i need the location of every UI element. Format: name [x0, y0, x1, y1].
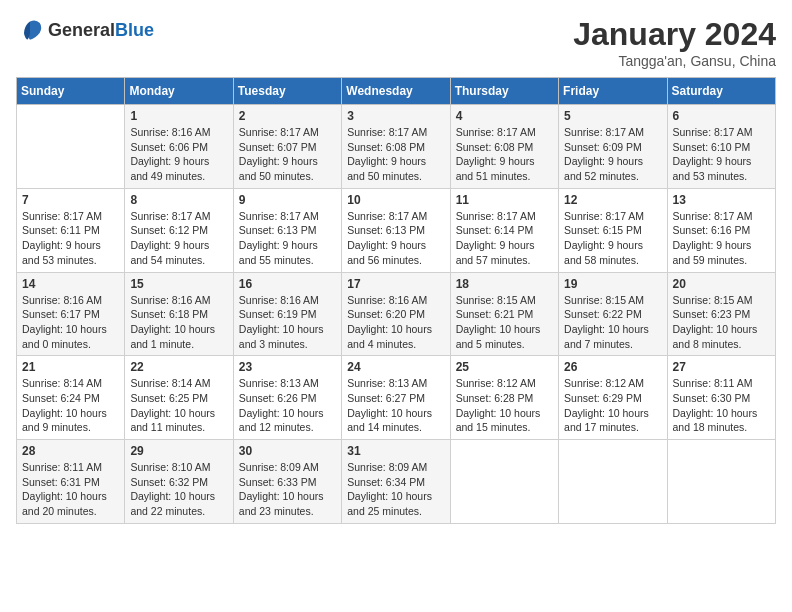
location-title: Tangga'an, Gansu, China: [573, 53, 776, 69]
day-number: 5: [564, 109, 661, 123]
day-info: Sunrise: 8:17 AMSunset: 6:08 PMDaylight:…: [456, 125, 553, 184]
calendar-cell: 9Sunrise: 8:17 AMSunset: 6:13 PMDaylight…: [233, 188, 341, 272]
calendar-table: SundayMondayTuesdayWednesdayThursdayFrid…: [16, 77, 776, 524]
logo-icon: [16, 16, 44, 44]
month-title: January 2024: [573, 16, 776, 53]
calendar-week-row: 21Sunrise: 8:14 AMSunset: 6:24 PMDayligh…: [17, 356, 776, 440]
calendar-cell: 15Sunrise: 8:16 AMSunset: 6:18 PMDayligh…: [125, 272, 233, 356]
day-number: 11: [456, 193, 553, 207]
day-number: 12: [564, 193, 661, 207]
day-info: Sunrise: 8:12 AMSunset: 6:28 PMDaylight:…: [456, 376, 553, 435]
day-info: Sunrise: 8:17 AMSunset: 6:09 PMDaylight:…: [564, 125, 661, 184]
calendar-cell: 3Sunrise: 8:17 AMSunset: 6:08 PMDaylight…: [342, 105, 450, 189]
calendar-cell: 2Sunrise: 8:17 AMSunset: 6:07 PMDaylight…: [233, 105, 341, 189]
day-number: 27: [673, 360, 770, 374]
calendar-cell: 24Sunrise: 8:13 AMSunset: 6:27 PMDayligh…: [342, 356, 450, 440]
day-info: Sunrise: 8:17 AMSunset: 6:15 PMDaylight:…: [564, 209, 661, 268]
logo-text-general: General: [48, 20, 115, 40]
logo-text-blue: Blue: [115, 20, 154, 40]
day-number: 6: [673, 109, 770, 123]
day-number: 8: [130, 193, 227, 207]
day-number: 3: [347, 109, 444, 123]
day-info: Sunrise: 8:14 AMSunset: 6:25 PMDaylight:…: [130, 376, 227, 435]
calendar-cell: 19Sunrise: 8:15 AMSunset: 6:22 PMDayligh…: [559, 272, 667, 356]
calendar-cell: 17Sunrise: 8:16 AMSunset: 6:20 PMDayligh…: [342, 272, 450, 356]
day-of-week-thursday: Thursday: [450, 78, 558, 105]
day-info: Sunrise: 8:16 AMSunset: 6:20 PMDaylight:…: [347, 293, 444, 352]
calendar-header-row: SundayMondayTuesdayWednesdayThursdayFrid…: [17, 78, 776, 105]
day-of-week-sunday: Sunday: [17, 78, 125, 105]
calendar-cell: 25Sunrise: 8:12 AMSunset: 6:28 PMDayligh…: [450, 356, 558, 440]
day-number: 28: [22, 444, 119, 458]
day-info: Sunrise: 8:16 AMSunset: 6:06 PMDaylight:…: [130, 125, 227, 184]
day-info: Sunrise: 8:15 AMSunset: 6:23 PMDaylight:…: [673, 293, 770, 352]
day-number: 13: [673, 193, 770, 207]
calendar-cell: [17, 105, 125, 189]
day-info: Sunrise: 8:17 AMSunset: 6:14 PMDaylight:…: [456, 209, 553, 268]
day-number: 14: [22, 277, 119, 291]
title-block: January 2024 Tangga'an, Gansu, China: [573, 16, 776, 69]
day-info: Sunrise: 8:13 AMSunset: 6:26 PMDaylight:…: [239, 376, 336, 435]
day-number: 19: [564, 277, 661, 291]
day-info: Sunrise: 8:17 AMSunset: 6:07 PMDaylight:…: [239, 125, 336, 184]
day-info: Sunrise: 8:12 AMSunset: 6:29 PMDaylight:…: [564, 376, 661, 435]
day-info: Sunrise: 8:10 AMSunset: 6:32 PMDaylight:…: [130, 460, 227, 519]
day-number: 17: [347, 277, 444, 291]
day-info: Sunrise: 8:11 AMSunset: 6:31 PMDaylight:…: [22, 460, 119, 519]
day-info: Sunrise: 8:17 AMSunset: 6:13 PMDaylight:…: [347, 209, 444, 268]
day-of-week-wednesday: Wednesday: [342, 78, 450, 105]
calendar-cell: 22Sunrise: 8:14 AMSunset: 6:25 PMDayligh…: [125, 356, 233, 440]
day-info: Sunrise: 8:17 AMSunset: 6:13 PMDaylight:…: [239, 209, 336, 268]
calendar-cell: 18Sunrise: 8:15 AMSunset: 6:21 PMDayligh…: [450, 272, 558, 356]
day-info: Sunrise: 8:16 AMSunset: 6:19 PMDaylight:…: [239, 293, 336, 352]
day-of-week-saturday: Saturday: [667, 78, 775, 105]
calendar-cell: 21Sunrise: 8:14 AMSunset: 6:24 PMDayligh…: [17, 356, 125, 440]
calendar-cell: 13Sunrise: 8:17 AMSunset: 6:16 PMDayligh…: [667, 188, 775, 272]
day-info: Sunrise: 8:15 AMSunset: 6:21 PMDaylight:…: [456, 293, 553, 352]
calendar-cell: [559, 440, 667, 524]
day-number: 29: [130, 444, 227, 458]
day-number: 2: [239, 109, 336, 123]
calendar-cell: 26Sunrise: 8:12 AMSunset: 6:29 PMDayligh…: [559, 356, 667, 440]
calendar-week-row: 28Sunrise: 8:11 AMSunset: 6:31 PMDayligh…: [17, 440, 776, 524]
day-number: 20: [673, 277, 770, 291]
day-number: 18: [456, 277, 553, 291]
day-info: Sunrise: 8:14 AMSunset: 6:24 PMDaylight:…: [22, 376, 119, 435]
day-number: 16: [239, 277, 336, 291]
calendar-cell: [450, 440, 558, 524]
day-number: 22: [130, 360, 227, 374]
calendar-cell: 11Sunrise: 8:17 AMSunset: 6:14 PMDayligh…: [450, 188, 558, 272]
calendar-week-row: 14Sunrise: 8:16 AMSunset: 6:17 PMDayligh…: [17, 272, 776, 356]
calendar-cell: 27Sunrise: 8:11 AMSunset: 6:30 PMDayligh…: [667, 356, 775, 440]
day-info: Sunrise: 8:11 AMSunset: 6:30 PMDaylight:…: [673, 376, 770, 435]
day-number: 30: [239, 444, 336, 458]
calendar-cell: 20Sunrise: 8:15 AMSunset: 6:23 PMDayligh…: [667, 272, 775, 356]
day-number: 26: [564, 360, 661, 374]
calendar-cell: 23Sunrise: 8:13 AMSunset: 6:26 PMDayligh…: [233, 356, 341, 440]
day-number: 7: [22, 193, 119, 207]
day-info: Sunrise: 8:13 AMSunset: 6:27 PMDaylight:…: [347, 376, 444, 435]
day-number: 25: [456, 360, 553, 374]
calendar-cell: 12Sunrise: 8:17 AMSunset: 6:15 PMDayligh…: [559, 188, 667, 272]
day-number: 4: [456, 109, 553, 123]
day-info: Sunrise: 8:09 AMSunset: 6:33 PMDaylight:…: [239, 460, 336, 519]
day-number: 24: [347, 360, 444, 374]
calendar-cell: 1Sunrise: 8:16 AMSunset: 6:06 PMDaylight…: [125, 105, 233, 189]
calendar-cell: 28Sunrise: 8:11 AMSunset: 6:31 PMDayligh…: [17, 440, 125, 524]
calendar-cell: [667, 440, 775, 524]
day-info: Sunrise: 8:16 AMSunset: 6:18 PMDaylight:…: [130, 293, 227, 352]
day-info: Sunrise: 8:17 AMSunset: 6:11 PMDaylight:…: [22, 209, 119, 268]
calendar-cell: 8Sunrise: 8:17 AMSunset: 6:12 PMDaylight…: [125, 188, 233, 272]
calendar-cell: 10Sunrise: 8:17 AMSunset: 6:13 PMDayligh…: [342, 188, 450, 272]
day-info: Sunrise: 8:17 AMSunset: 6:10 PMDaylight:…: [673, 125, 770, 184]
day-info: Sunrise: 8:09 AMSunset: 6:34 PMDaylight:…: [347, 460, 444, 519]
calendar-cell: 30Sunrise: 8:09 AMSunset: 6:33 PMDayligh…: [233, 440, 341, 524]
day-info: Sunrise: 8:16 AMSunset: 6:17 PMDaylight:…: [22, 293, 119, 352]
day-number: 1: [130, 109, 227, 123]
calendar-week-row: 7Sunrise: 8:17 AMSunset: 6:11 PMDaylight…: [17, 188, 776, 272]
calendar-cell: 4Sunrise: 8:17 AMSunset: 6:08 PMDaylight…: [450, 105, 558, 189]
day-of-week-monday: Monday: [125, 78, 233, 105]
calendar-cell: 6Sunrise: 8:17 AMSunset: 6:10 PMDaylight…: [667, 105, 775, 189]
calendar-cell: 14Sunrise: 8:16 AMSunset: 6:17 PMDayligh…: [17, 272, 125, 356]
day-of-week-tuesday: Tuesday: [233, 78, 341, 105]
